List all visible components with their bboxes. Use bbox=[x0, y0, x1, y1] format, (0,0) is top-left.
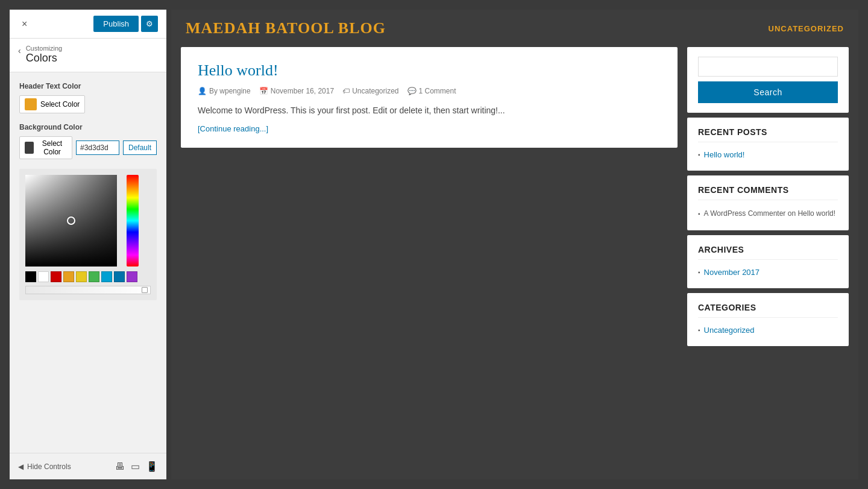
post-category: 🏷 Uncategorized bbox=[342, 87, 398, 95]
customizer-header: × Publish ⚙ bbox=[10, 10, 166, 39]
comment-icon: 💬 bbox=[407, 87, 417, 95]
swatch-red[interactable] bbox=[51, 271, 61, 282]
categories-list: Uncategorized bbox=[698, 324, 838, 336]
desktop-view-button[interactable]: 🖶 bbox=[115, 461, 125, 472]
hide-controls-arrow: ◀ bbox=[18, 462, 24, 471]
settings-button[interactable]: ⚙ bbox=[141, 16, 158, 32]
customizer-footer: ◀ Hide Controls 🖶 ▭ 📱 bbox=[10, 453, 166, 479]
list-item: November 2017 bbox=[698, 266, 838, 279]
categories-title: CATEGORIES bbox=[698, 303, 838, 318]
blog-preview: MAEDAH BATOOL BLOG UNCATEGORIZED Hello w… bbox=[171, 10, 858, 479]
swatch-yellow[interactable] bbox=[76, 271, 87, 282]
recent-comments-list: A WordPress Commenter on Hello world! bbox=[698, 206, 838, 221]
background-select-color-label: Select Color bbox=[37, 139, 67, 156]
header-select-color-label: Select Color bbox=[40, 100, 80, 109]
blog-header: MAEDAH BATOOL BLOG UNCATEGORIZED bbox=[171, 10, 858, 47]
search-input[interactable] bbox=[698, 57, 838, 77]
list-item: Uncategorized bbox=[698, 324, 838, 336]
swatch-lightblue[interactable] bbox=[101, 271, 112, 282]
color-picker-area bbox=[19, 169, 157, 300]
background-color-label: Background Color bbox=[19, 123, 157, 131]
color-picker-right bbox=[127, 175, 139, 267]
post-date: 📅 November 16, 2017 bbox=[259, 87, 334, 95]
category-link[interactable]: Uncategorized bbox=[704, 326, 755, 335]
customizer-breadcrumb: ‹ Customizing Colors bbox=[10, 39, 166, 72]
tablet-view-button[interactable]: ▭ bbox=[131, 461, 140, 472]
blog-main: Hello world! 👤 By wpengine 📅 November 16… bbox=[181, 47, 678, 470]
blog-site-title: MAEDAH BATOOL BLOG bbox=[186, 19, 386, 37]
customizer-panel: × Publish ⚙ ‹ Customizing Colors Header … bbox=[10, 10, 166, 479]
archive-link[interactable]: November 2017 bbox=[704, 268, 760, 277]
list-item: Hello world! bbox=[698, 148, 838, 161]
breadcrumb-parent: Customizing bbox=[26, 45, 63, 52]
blog-post-card: Hello world! 👤 By wpengine 📅 November 16… bbox=[181, 47, 678, 148]
post-comments: 💬 1 Comment bbox=[407, 87, 456, 95]
post-author: 👤 By wpengine bbox=[198, 87, 251, 95]
swatch-green[interactable] bbox=[89, 271, 99, 282]
author-icon: 👤 bbox=[198, 87, 207, 95]
header-text-color-label: Header Text Color bbox=[19, 82, 157, 90]
tag-icon: 🏷 bbox=[342, 87, 350, 95]
back-arrow-icon[interactable]: ‹ bbox=[18, 46, 21, 55]
list-item: A WordPress Commenter on Hello world! bbox=[698, 206, 838, 221]
color-picker-cursor bbox=[67, 216, 75, 225]
categories-widget: CATEGORIES Uncategorized bbox=[687, 293, 849, 346]
opacity-handle bbox=[142, 287, 148, 293]
background-color-swatch bbox=[25, 142, 34, 154]
post-title[interactable]: Hello world! bbox=[198, 62, 661, 80]
recent-comments-widget: RECENT COMMENTS A WordPress Commenter on… bbox=[687, 175, 849, 230]
recent-comments-title: RECENT COMMENTS bbox=[698, 185, 838, 200]
post-excerpt: Welcome to WordPress. This is your first… bbox=[198, 104, 661, 117]
post-meta: 👤 By wpengine 📅 November 16, 2017 🏷 Unca… bbox=[198, 87, 661, 95]
header-text-color-row: Select Color bbox=[19, 95, 157, 113]
view-icons: 🖶 ▭ 📱 bbox=[115, 461, 158, 472]
recent-post-link[interactable]: Hello world! bbox=[704, 150, 745, 159]
swatch-blue[interactable] bbox=[114, 271, 125, 282]
archives-widget: ARCHIVES November 2017 bbox=[687, 235, 849, 288]
close-button[interactable]: × bbox=[18, 17, 31, 31]
blog-nav-label[interactable]: UNCATEGORIZED bbox=[769, 24, 844, 33]
recent-posts-list: Hello world! bbox=[698, 148, 838, 161]
swatch-white[interactable] bbox=[38, 271, 49, 282]
comment-text: A WordPress Commenter on Hello world! bbox=[704, 208, 836, 219]
blog-body: Hello world! 👤 By wpengine 📅 November 16… bbox=[171, 47, 858, 479]
breadcrumb-text: Customizing Colors bbox=[26, 45, 63, 65]
breadcrumb-current: Colors bbox=[26, 52, 63, 65]
color-picker-gradient[interactable] bbox=[25, 175, 117, 267]
continue-reading-link[interactable]: [Continue reading...] bbox=[198, 124, 661, 133]
opacity-slider[interactable] bbox=[25, 286, 151, 294]
blog-sidebar: Search RECENT POSTS Hello world! RECENT … bbox=[687, 47, 849, 470]
recent-posts-widget: RECENT POSTS Hello world! bbox=[687, 118, 849, 171]
swatch-purple[interactable] bbox=[127, 271, 137, 282]
header-color-select-button[interactable]: Select Color bbox=[19, 95, 85, 113]
search-button[interactable]: Search bbox=[698, 81, 838, 103]
hue-slider[interactable] bbox=[127, 175, 139, 267]
header-actions: Publish ⚙ bbox=[93, 16, 158, 32]
background-color-row: Select Color #3d3d3d Default bbox=[19, 136, 157, 159]
header-color-swatch bbox=[25, 98, 37, 110]
mobile-view-button[interactable]: 📱 bbox=[146, 461, 158, 472]
hide-controls-button[interactable]: ◀ Hide Controls bbox=[18, 462, 71, 471]
default-button[interactable]: Default bbox=[123, 140, 157, 155]
archives-list: November 2017 bbox=[698, 266, 838, 279]
swatch-orange[interactable] bbox=[63, 271, 74, 282]
search-widget: Search bbox=[687, 47, 849, 113]
swatch-black[interactable] bbox=[25, 271, 36, 282]
publish-button[interactable]: Publish bbox=[93, 16, 139, 32]
hex-input[interactable]: #3d3d3d bbox=[76, 140, 119, 155]
recent-posts-title: RECENT POSTS bbox=[698, 127, 838, 142]
hide-controls-label: Hide Controls bbox=[27, 462, 71, 471]
background-color-select-button[interactable]: Select Color bbox=[19, 136, 72, 159]
archives-title: ARCHIVES bbox=[698, 245, 838, 260]
customizer-content: Header Text Color Select Color Backgroun… bbox=[10, 72, 166, 453]
color-swatches-row bbox=[25, 271, 151, 282]
calendar-icon: 📅 bbox=[259, 87, 268, 95]
